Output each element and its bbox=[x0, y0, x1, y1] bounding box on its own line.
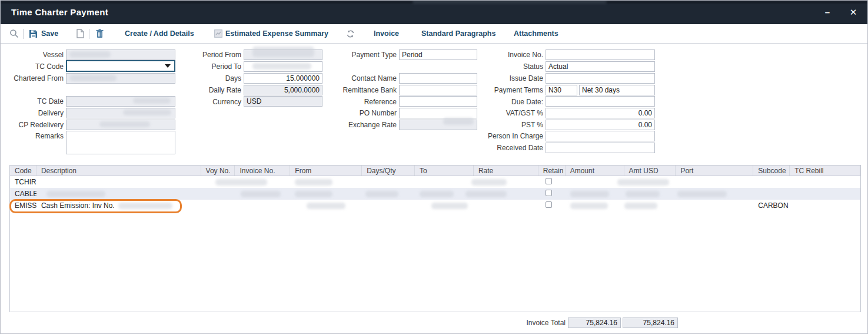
refresh-button[interactable] bbox=[346, 24, 355, 43]
currency-field[interactable]: USD bbox=[244, 96, 322, 107]
save-button-label: Save bbox=[41, 29, 58, 38]
column-header-voy-no[interactable]: Voy No. bbox=[201, 166, 235, 176]
retain-checkbox[interactable] bbox=[546, 190, 552, 196]
period-from-label: Period From bbox=[177, 50, 241, 60]
minimize-button[interactable]: – bbox=[820, 6, 834, 19]
payment-terms-label: Payment Terms bbox=[465, 85, 543, 95]
column-header-days-qty[interactable]: Days/Qty bbox=[362, 166, 415, 176]
cell-code: TCHIR bbox=[10, 178, 36, 186]
days-field[interactable]: 15.000000 bbox=[244, 73, 322, 84]
invoice-no-label: Invoice No. bbox=[465, 50, 543, 60]
person-in-charge-field[interactable] bbox=[546, 131, 655, 141]
person-in-charge-label: Person In Charge bbox=[465, 131, 543, 141]
tc-date-label: TC Date bbox=[1, 97, 64, 107]
period-to-label: Period To bbox=[177, 62, 241, 72]
pst-field[interactable]: 0.00 bbox=[546, 120, 655, 130]
cell-code: EMISS bbox=[10, 201, 36, 210]
column-header-subcode[interactable]: Subcode bbox=[753, 166, 790, 176]
chartered-from-field[interactable] bbox=[66, 73, 175, 84]
column-header-tc-rebill[interactable]: TC Rebill bbox=[790, 166, 860, 176]
chartered-from-label: Chartered From bbox=[1, 74, 64, 84]
document-icon bbox=[77, 29, 84, 38]
save-button[interactable]: Save bbox=[29, 24, 58, 43]
contact-name-label: Contact Name bbox=[318, 74, 397, 84]
currency-label: Currency bbox=[177, 97, 241, 107]
copy-button[interactable] bbox=[77, 24, 84, 43]
cell-code: CABLE bbox=[10, 190, 36, 198]
vessel-field[interactable] bbox=[66, 49, 175, 60]
retain-checkbox[interactable] bbox=[546, 178, 552, 184]
period-to-field[interactable] bbox=[244, 61, 322, 72]
line-items-grid: Code Description Voy No. Invoice No. Fro… bbox=[9, 165, 861, 312]
standard-paragraphs-label: Standard Paragraphs bbox=[421, 29, 495, 38]
days-label: Days bbox=[177, 74, 241, 84]
column-header-retain[interactable]: Retain bbox=[538, 166, 566, 176]
table-row-tchir[interactable]: TCHIR bbox=[10, 176, 860, 188]
attachments-button[interactable]: Attachments bbox=[514, 24, 558, 43]
column-header-invoice-no[interactable]: Invoice No. bbox=[235, 166, 290, 176]
estimated-expense-summary-button[interactable]: Estimated Expense Summary bbox=[214, 24, 328, 43]
period-from-field[interactable] bbox=[244, 49, 322, 60]
delete-button[interactable] bbox=[96, 24, 104, 43]
column-header-from[interactable]: From bbox=[290, 166, 362, 176]
received-date-field[interactable] bbox=[546, 143, 655, 153]
delivery-field[interactable] bbox=[66, 108, 175, 118]
create-add-details-button[interactable]: Create / Add Details bbox=[125, 24, 194, 43]
column-header-description[interactable]: Description bbox=[36, 166, 201, 176]
tc-date-field[interactable] bbox=[66, 96, 175, 107]
issue-date-label: Issue Date bbox=[465, 74, 543, 84]
close-button[interactable]: ✕ bbox=[846, 6, 860, 19]
cell-subcode: CARBON bbox=[753, 201, 790, 210]
tc-code-dropdown[interactable] bbox=[66, 60, 175, 72]
grid-header-row: Code Description Voy No. Invoice No. Fro… bbox=[10, 166, 860, 176]
remarks-label: Remarks bbox=[1, 131, 64, 141]
payment-terms-code-field[interactable]: N30 bbox=[546, 85, 577, 95]
column-header-port[interactable]: Port bbox=[676, 166, 753, 176]
toolbar-separator bbox=[89, 29, 89, 39]
remittance-bank-label: Remittance Bank bbox=[318, 85, 397, 95]
pst-label: PST % bbox=[465, 120, 543, 130]
daily-rate-field[interactable]: 5,000.0000 bbox=[244, 85, 322, 95]
chevron-down-icon bbox=[165, 64, 171, 68]
daily-rate-label: Daily Rate bbox=[177, 85, 241, 95]
invoice-button[interactable]: Invoice bbox=[374, 24, 399, 43]
column-header-code[interactable]: Code bbox=[10, 166, 36, 176]
payment-type-label: Payment Type bbox=[318, 50, 397, 60]
status-field[interactable]: Actual bbox=[546, 61, 655, 72]
table-row-emiss[interactable]: EMISS Cash Emission: Inv No. CARBON bbox=[10, 200, 860, 211]
cp-redelivery-field[interactable] bbox=[66, 120, 175, 130]
save-icon bbox=[29, 29, 38, 38]
create-add-details-label: Create / Add Details bbox=[125, 29, 194, 38]
tc-code-label: TC Code bbox=[1, 62, 64, 72]
column-header-to[interactable]: To bbox=[415, 166, 474, 176]
vat-gst-field[interactable]: 0.00 bbox=[546, 108, 655, 118]
received-date-label: Received Date bbox=[465, 143, 543, 153]
status-label: Status bbox=[465, 62, 543, 72]
search-button[interactable] bbox=[9, 24, 19, 43]
invoice-total-label: Invoice Total bbox=[483, 318, 566, 328]
standard-paragraphs-button[interactable]: Standard Paragraphs bbox=[421, 24, 495, 43]
vessel-label: Vessel bbox=[1, 50, 64, 60]
attachments-label: Attachments bbox=[514, 29, 558, 38]
cell-description: Cash Emission: Inv No. bbox=[36, 201, 201, 210]
invoice-button-label: Invoice bbox=[374, 29, 399, 38]
search-icon bbox=[9, 29, 19, 38]
table-row-cable[interactable]: CABLE bbox=[10, 188, 860, 200]
refresh-icon bbox=[346, 29, 355, 38]
column-header-amount[interactable]: Amount bbox=[566, 166, 624, 176]
cp-redelivery-label: CP Redelivery bbox=[1, 120, 64, 130]
po-number-label: PO Number bbox=[318, 108, 397, 118]
due-date-field[interactable] bbox=[546, 96, 655, 107]
time-charter-payment-window: Time Charter Payment – ✕ Save Create / A… bbox=[0, 0, 868, 334]
exchange-rate-label: Exchange Rate bbox=[318, 120, 397, 130]
title-bar: Time Charter Payment – ✕ bbox=[1, 1, 867, 24]
payment-terms-desc-field[interactable]: Net 30 days bbox=[579, 85, 655, 95]
retain-checkbox[interactable] bbox=[546, 201, 552, 208]
column-header-rate[interactable]: Rate bbox=[474, 166, 538, 176]
remarks-field[interactable] bbox=[66, 131, 175, 154]
column-header-amt-usd[interactable]: Amt USD bbox=[624, 166, 676, 176]
issue-date-field[interactable] bbox=[546, 73, 655, 84]
toolbar: Save Create / Add Details Estimated Expe… bbox=[1, 24, 867, 44]
titlebar-top-strip bbox=[1, 1, 867, 4]
invoice-no-field[interactable] bbox=[546, 49, 655, 60]
